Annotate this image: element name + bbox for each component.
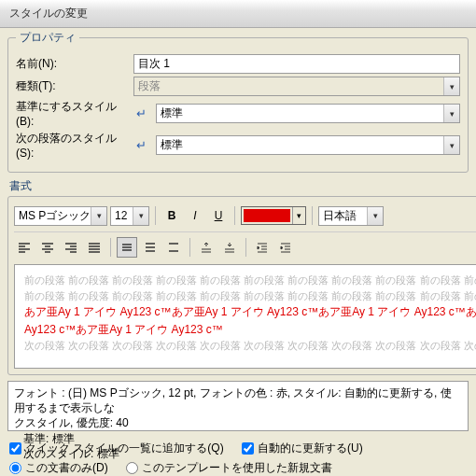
line-spacing-1-5-button[interactable] [140, 237, 161, 258]
based-select[interactable]: ▾ [156, 104, 460, 123]
chevron-down-icon[interactable]: ▾ [443, 105, 459, 122]
desc-line-2: クスタイル, 優先度: 40 [14, 415, 462, 430]
font-color-select[interactable]: ▾ [241, 206, 306, 225]
name-input-wrap[interactable] [133, 54, 460, 74]
name-input[interactable] [133, 54, 460, 74]
line-spacing-1-button[interactable] [117, 237, 137, 258]
line-spacing-2-button[interactable] [163, 237, 184, 258]
chevron-down-icon[interactable]: ▾ [292, 207, 305, 224]
window-title: スタイルの変更 [0, 0, 476, 28]
template-radio[interactable]: このテンプレートを使用した新規文書 [126, 461, 332, 474]
separator [110, 238, 111, 257]
preview-box: 前の段落 前の段落 前の段落 前の段落 前の段落 前の段落 前の段落 前の段落 … [14, 264, 476, 369]
quick-style-checkbox[interactable]: クイック スタイルの一覧に追加する(Q) [9, 441, 224, 455]
separator [155, 206, 156, 225]
underline-button[interactable]: U [208, 205, 229, 226]
bold-button[interactable]: B [161, 205, 182, 226]
desc-line-1: フォント : (日) MS Pゴシック, 12 pt, フォントの色 : 赤, … [14, 385, 462, 415]
description-box: フォント : (日) MS Pゴシック, 12 pt, フォントの色 : 赤, … [7, 381, 469, 431]
name-label: 名前(N): [16, 56, 128, 72]
radio-row: この文書のみ(D) このテンプレートを使用した新規文書 [9, 460, 467, 476]
auto-update-checkbox[interactable]: 自動的に更新する(U) [242, 441, 363, 455]
italic-button[interactable]: I [185, 205, 205, 226]
property-group: プロパティ 名前(N): 種類(T): ▾ 基準にするスタイル(B): ↵ ▾ … [7, 30, 469, 173]
chevron-down-icon[interactable]: ▾ [443, 136, 459, 154]
preview-before: 前の段落 前の段落 前の段落 前の段落 前の段落 前の段落 前の段落 前の段落 … [24, 273, 476, 288]
next-select[interactable]: ▾ [156, 135, 460, 155]
kind-value [133, 77, 460, 96]
property-legend: プロパティ [16, 30, 79, 46]
next-reset-icon[interactable]: ↵ [133, 138, 148, 153]
preview-before-2: 前の段落 前の段落 前の段落 前の段落 前の段落 前の段落 前の段落 前の段落 … [24, 288, 476, 304]
based-value[interactable] [156, 104, 460, 123]
format-group: ▾ ▾ B I U ▾ ▾ [7, 196, 476, 375]
separator [234, 206, 235, 225]
font-select[interactable]: ▾ [14, 206, 107, 226]
align-right-button[interactable] [61, 237, 81, 258]
format-toolbar-2 [14, 231, 476, 260]
checkbox-row: クイック スタイルの一覧に追加する(Q) 自動的に更新する(U) [9, 441, 467, 456]
format-legend: 書式 [9, 178, 469, 194]
kind-select[interactable]: ▾ [133, 77, 460, 96]
size-select[interactable]: ▾ [110, 206, 149, 226]
lang-select[interactable]: ▾ [318, 206, 384, 226]
next-value[interactable] [156, 135, 460, 155]
based-reset-icon[interactable]: ↵ [133, 106, 148, 121]
chevron-down-icon[interactable]: ▾ [133, 207, 148, 225]
align-center-button[interactable] [37, 237, 58, 258]
space-before-dec-button[interactable] [219, 237, 240, 258]
preview-after: 次の段落 次の段落 次の段落 次の段落 次の段落 次の段落 次の段落 次の段落 … [24, 338, 476, 354]
chevron-down-icon[interactable]: ▾ [91, 207, 106, 225]
indent-dec-button[interactable] [252, 237, 273, 258]
chevron-down-icon[interactable]: ▾ [443, 77, 459, 95]
format-toolbar-1: ▾ ▾ B I U ▾ ▾ [14, 203, 476, 229]
separator [312, 206, 313, 225]
separator [189, 238, 190, 257]
based-label: 基準にするスタイル(B): [16, 99, 128, 128]
align-left-button[interactable] [14, 237, 35, 258]
this-doc-radio[interactable]: この文書のみ(D) [9, 461, 108, 474]
chevron-down-icon[interactable]: ▾ [367, 207, 383, 225]
kind-label: 種類(T): [16, 78, 128, 94]
color-swatch [244, 209, 290, 222]
align-justify-button[interactable] [84, 237, 105, 258]
indent-inc-button[interactable] [275, 237, 296, 258]
preview-sample: あア亜Ay 1 アイウ Ay123 c™あア亜Ay 1 アイウ Ay123 c™… [24, 303, 476, 338]
space-before-inc-button[interactable] [196, 237, 217, 258]
separator [245, 238, 246, 257]
next-label: 次の段落のスタイル(S): [16, 131, 128, 160]
